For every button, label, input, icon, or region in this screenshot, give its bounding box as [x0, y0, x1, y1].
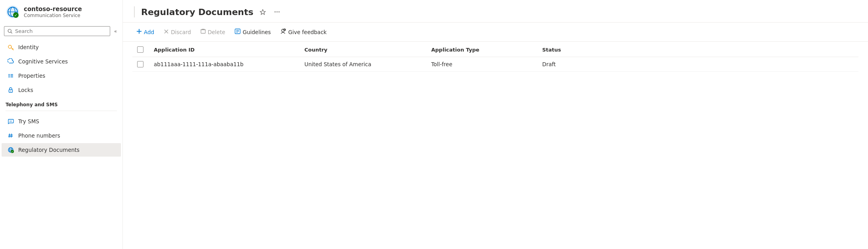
- select-all-checkbox[interactable]: [137, 46, 143, 53]
- nav-label-phone-numbers: Phone numbers: [18, 132, 60, 139]
- svg-rect-15: [11, 74, 13, 75]
- nav-item-phone-numbers[interactable]: Phone numbers: [2, 129, 121, 142]
- row-status: Draft: [537, 57, 858, 72]
- guidelines-label: Guidelines: [243, 29, 271, 35]
- svg-text:✓: ✓: [11, 150, 13, 153]
- page-header: Regulatory Documents: [123, 0, 868, 23]
- sidebar-search-row: «: [0, 24, 122, 40]
- page-title: Regulatory Documents: [141, 7, 253, 17]
- svg-point-8: [8, 45, 11, 48]
- sidebar-collapse-button[interactable]: «: [113, 27, 119, 36]
- nav-label-identity: Identity: [18, 44, 39, 50]
- svg-line-7: [11, 32, 12, 33]
- globe-icon: ✓: [7, 146, 14, 153]
- nav-item-cognitive-services[interactable]: Cognitive Services: [2, 55, 121, 68]
- search-icon: [8, 29, 13, 34]
- regulatory-documents-table: Application ID Country Application Type …: [132, 42, 858, 72]
- delete-label: Delete: [208, 29, 225, 35]
- sms-icon: [7, 118, 14, 125]
- discard-button[interactable]: Discard: [160, 27, 195, 37]
- header-app-type: Application Type: [426, 42, 537, 57]
- section-label-telephony: Telephony and SMS: [0, 97, 122, 109]
- svg-rect-16: [11, 75, 13, 76]
- resource-type: Communication Service: [24, 13, 82, 18]
- svg-point-33: [275, 11, 276, 13]
- svg-point-52: [285, 30, 285, 31]
- header-app-id: Application ID: [149, 42, 300, 57]
- row-checkbox-cell: [132, 57, 149, 72]
- sidebar-title-group: contoso-resource Communication Service: [24, 6, 82, 18]
- svg-rect-40: [201, 30, 205, 33]
- nav-item-properties[interactable]: Properties: [2, 69, 121, 82]
- toolbar: Add Discard Delete: [123, 23, 868, 42]
- sidebar-header: ✓ contoso-resource Communication Service: [0, 0, 122, 24]
- header-status: Status: [537, 42, 858, 57]
- main-content: Regulatory Documents Add: [123, 0, 868, 249]
- sidebar-search-box[interactable]: [4, 26, 110, 36]
- nav-label-properties: Properties: [18, 73, 45, 79]
- header-divider: [134, 6, 135, 17]
- table-row[interactable]: ab111aaa-1111-111a-abaaba11b United Stat…: [132, 57, 858, 72]
- app-logo: ✓: [6, 5, 20, 19]
- nav-label-regulatory: Regulatory Documents: [18, 147, 80, 153]
- row-app-type: Toll-free: [426, 57, 537, 72]
- svg-rect-17: [11, 77, 13, 77]
- discard-label: Discard: [171, 29, 191, 35]
- favorite-button[interactable]: [258, 7, 268, 17]
- hash-icon: [7, 132, 14, 139]
- row-app-id: ab111aaa-1111-111a-abaaba11b: [149, 57, 300, 72]
- delete-icon: [201, 29, 206, 35]
- search-input[interactable]: [15, 28, 107, 34]
- feedback-label: Give feedback: [288, 29, 327, 35]
- guidelines-icon: [235, 29, 241, 35]
- key-icon: [7, 44, 14, 51]
- add-button[interactable]: Add: [132, 27, 158, 37]
- svg-point-19: [10, 91, 11, 92]
- table-header-row: Application ID Country Application Type …: [132, 42, 858, 57]
- nav-item-locks[interactable]: Locks: [2, 83, 121, 97]
- svg-line-21: [9, 134, 10, 138]
- nav-label-try-sms: Try SMS: [18, 118, 39, 125]
- discard-icon: [164, 29, 169, 35]
- svg-marker-32: [260, 10, 266, 15]
- svg-rect-12: [8, 74, 10, 75]
- add-label: Add: [144, 29, 154, 35]
- resource-name: contoso-resource: [24, 6, 82, 13]
- feedback-button[interactable]: Give feedback: [276, 27, 331, 37]
- row-checkbox[interactable]: [137, 61, 143, 67]
- nav-label-cognitive: Cognitive Services: [18, 58, 68, 65]
- lock-icon: [7, 86, 14, 94]
- svg-rect-14: [8, 77, 10, 77]
- header-country: Country: [300, 42, 426, 57]
- svg-point-35: [279, 11, 280, 13]
- feedback-icon: [280, 29, 286, 35]
- more-options-button[interactable]: [272, 7, 282, 17]
- header-checkbox-col: [132, 42, 149, 57]
- svg-rect-13: [8, 75, 10, 76]
- data-table-container: Application ID Country Application Type …: [123, 42, 868, 249]
- sidebar: ✓ contoso-resource Communication Service…: [0, 0, 123, 249]
- guidelines-button[interactable]: Guidelines: [231, 27, 275, 37]
- nav-item-identity[interactable]: Identity: [2, 40, 121, 54]
- section-divider: [6, 111, 117, 111]
- bars-icon: [7, 72, 14, 79]
- svg-text:✓: ✓: [14, 13, 17, 17]
- row-country: United States of America: [300, 57, 426, 72]
- nav-label-locks: Locks: [18, 87, 33, 93]
- add-icon: [136, 29, 142, 35]
- svg-line-22: [11, 134, 11, 138]
- delete-button[interactable]: Delete: [197, 27, 229, 37]
- svg-point-34: [277, 11, 278, 13]
- nav-item-try-sms[interactable]: Try SMS: [2, 115, 121, 128]
- cloud-icon: [7, 58, 14, 65]
- nav-item-regulatory-documents[interactable]: ✓ Regulatory Documents: [2, 143, 121, 157]
